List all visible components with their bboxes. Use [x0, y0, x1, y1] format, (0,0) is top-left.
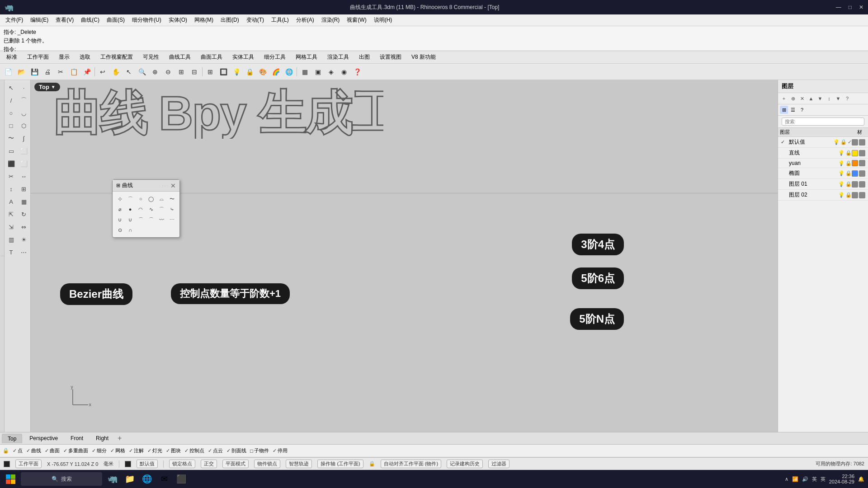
layer-down[interactable]: ▼: [816, 94, 824, 103]
layer-visible-icon[interactable]: 💡: [838, 170, 844, 176]
menu-surface[interactable]: 曲面(S): [103, 15, 128, 25]
lt-render-btn[interactable]: ☀: [18, 234, 30, 245]
ct-interp2[interactable]: ∪: [126, 215, 135, 224]
menu-transform[interactable]: 变动(T): [243, 15, 268, 25]
search-button[interactable]: 🔍 搜索: [21, 472, 102, 486]
layer-visible-icon[interactable]: 💡: [838, 181, 844, 187]
lt-layer[interactable]: ▥: [5, 234, 17, 245]
layer-lock-icon[interactable]: 🔒: [845, 170, 852, 176]
tb-pan[interactable]: ✋: [109, 66, 122, 78]
lt-hatch[interactable]: ▦: [18, 196, 30, 207]
layer-new[interactable]: +: [780, 94, 788, 103]
ct-intcurve[interactable]: ⊹: [115, 194, 124, 203]
tb-zoomext[interactable]: ⊞: [175, 66, 188, 78]
lt-move[interactable]: ⇱: [5, 208, 17, 220]
tab-curve-tools[interactable]: 曲线工具: [165, 52, 195, 62]
menu-analyze[interactable]: 分析(A): [292, 15, 318, 25]
ct-parabola[interactable]: ∩: [126, 225, 135, 235]
ortho-btn[interactable]: 正交: [201, 460, 217, 468]
browser-icon[interactable]: 🌐: [140, 472, 154, 486]
lt-rect[interactable]: □: [5, 120, 17, 131]
ct-spiral[interactable]: ⊙: [115, 225, 124, 235]
sb-square[interactable]: [4, 461, 10, 467]
menu-solid[interactable]: 实体(O): [165, 15, 191, 25]
layer-filter[interactable]: ▼: [834, 94, 842, 103]
layer-color-swatch[interactable]: [852, 170, 858, 177]
minimize-button[interactable]: —: [836, 4, 841, 10]
tray-ime[interactable]: 英: [821, 476, 826, 483]
menu-subobj[interactable]: 细分物件(U): [128, 15, 165, 25]
tab-mesh-tools[interactable]: 网格工具: [291, 52, 322, 62]
layer-item[interactable]: 椭圆 💡 🔒: [778, 168, 868, 179]
menu-mesh[interactable]: 网格(M): [191, 15, 217, 25]
layer-view-list[interactable]: ☰: [789, 106, 797, 114]
tb-snap[interactable]: 🔲: [217, 66, 230, 78]
ct-more2[interactable]: ⤷: [168, 205, 177, 214]
lt-rotate[interactable]: ↻: [18, 208, 30, 220]
tb-zoom[interactable]: 🔍: [136, 66, 148, 78]
ct-arc[interactable]: ⌓: [157, 194, 166, 203]
menu-curve[interactable]: 曲线(C): [77, 15, 103, 25]
menu-tools[interactable]: 工具(L): [268, 15, 292, 25]
tab-surface-tools[interactable]: 曲面工具: [196, 52, 227, 62]
lt-extend[interactable]: ↔: [18, 170, 30, 182]
filter-btn[interactable]: 过滤器: [488, 460, 509, 468]
tb-mesh2[interactable]: ▣: [311, 66, 324, 78]
layer-indicator[interactable]: 默认值: [137, 460, 158, 468]
layer-visible-icon[interactable]: 💡: [838, 192, 844, 198]
layer-material-swatch[interactable]: [859, 160, 865, 166]
view-tab-front[interactable]: Front: [65, 434, 89, 443]
menu-file[interactable]: 文件(F): [2, 15, 27, 25]
filter-pointcloud-btn[interactable]: ✓ 点云: [208, 447, 223, 454]
layer-color-swatch[interactable]: [852, 160, 858, 166]
layer-visible-icon[interactable]: 💡: [838, 160, 844, 166]
close-button[interactable]: ✕: [859, 4, 863, 10]
filter-annotation-btn[interactable]: ✓ 注解: [129, 447, 144, 454]
file-explorer-icon[interactable]: 📁: [123, 472, 137, 486]
tb-open[interactable]: 📂: [15, 66, 28, 78]
tab-solid-tools[interactable]: 实体工具: [228, 52, 259, 62]
menu-edit[interactable]: 编辑(E): [27, 15, 52, 25]
tb-globe[interactable]: 🌐: [283, 66, 295, 78]
tab-viewport-config[interactable]: 工作视窗配置: [96, 52, 137, 62]
gumball-btn[interactable]: 操作轴 (工作平面): [317, 460, 363, 468]
ct-ctrlcurve[interactable]: ⌒: [126, 194, 135, 203]
lt-mirror[interactable]: ⇔: [18, 221, 30, 233]
tb-copy[interactable]: 📋: [67, 66, 80, 78]
record-btn[interactable]: 记录建构历史: [447, 460, 483, 468]
filter-subd-btn[interactable]: ✓ 细分: [92, 447, 107, 454]
tb-standard[interactable]: 📄: [2, 66, 14, 78]
tb-save[interactable]: 💾: [28, 66, 41, 78]
tb-zoom3[interactable]: ⊖: [162, 66, 175, 78]
tb-zoom2[interactable]: ⊕: [149, 66, 161, 78]
filter-ctrlpt-btn[interactable]: ✓ 控制点: [184, 447, 204, 454]
tab-render-tools[interactable]: 渲染工具: [323, 52, 354, 62]
tb-mesh1[interactable]: ▦: [298, 66, 311, 78]
filter-disable-btn[interactable]: ✓ 停用: [273, 447, 288, 454]
tab-set-view[interactable]: 设置视图: [375, 52, 406, 62]
view-tab-top[interactable]: Top: [2, 434, 22, 443]
planemode-btn[interactable]: 平面模式: [222, 460, 249, 468]
tray-chevron[interactable]: ∧: [785, 476, 788, 482]
tab-output[interactable]: 出图: [354, 52, 374, 62]
tray-notifications[interactable]: 🔔: [858, 476, 864, 482]
tab-select[interactable]: 选取: [75, 52, 95, 62]
ct-circle[interactable]: ○: [136, 194, 145, 203]
layer-material-swatch[interactable]: [859, 150, 865, 156]
mail-icon[interactable]: ✉: [157, 472, 171, 486]
layer-material-swatch[interactable]: [859, 170, 865, 177]
layer-view-grid[interactable]: ⊞: [780, 106, 788, 114]
menu-print[interactable]: 出图(D): [217, 15, 243, 25]
layer-item[interactable]: 图层 01 💡 🔒: [778, 179, 868, 190]
lt-freeform[interactable]: 〜: [5, 132, 17, 144]
layer-new-sub[interactable]: ⊕: [789, 94, 797, 103]
menu-render[interactable]: 渲染(R): [318, 15, 344, 25]
layer-material-swatch[interactable]: [859, 139, 865, 145]
tb-color[interactable]: 🌈: [269, 66, 282, 78]
menu-view[interactable]: 查看(V): [52, 15, 77, 25]
ct-circle2[interactable]: ●: [126, 205, 135, 214]
lt-line[interactable]: /: [5, 94, 17, 106]
ct-conic[interactable]: ◠: [136, 205, 145, 214]
lt-polygon[interactable]: ⬡: [18, 120, 30, 131]
lt-polyline[interactable]: ⌒: [18, 94, 30, 106]
